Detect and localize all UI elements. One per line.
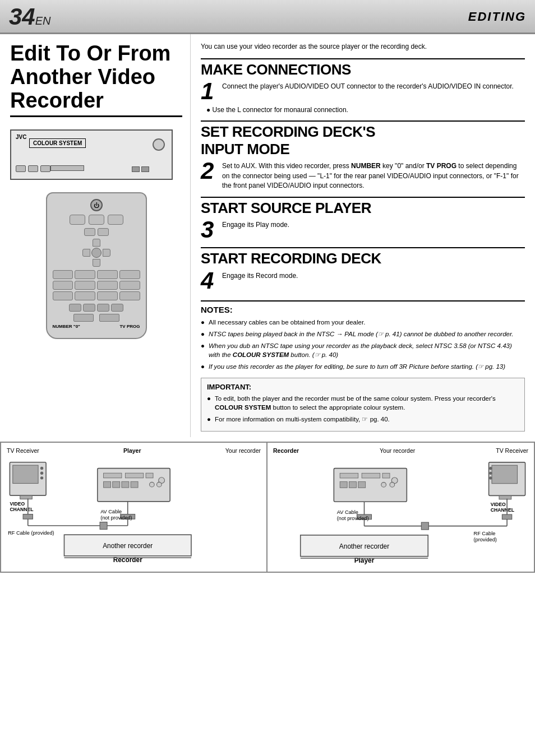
important-2: For more information on multi-system com… xyxy=(207,415,519,424)
step-1-number: 1 xyxy=(201,80,216,103)
step-4-desc: Engage its Record mode. xyxy=(222,269,525,281)
step-4-heading: START RECORDING DECK xyxy=(201,251,525,267)
svg-text:(provided): (provided) xyxy=(474,537,497,542)
svg-rect-18 xyxy=(146,474,153,479)
svg-rect-36 xyxy=(340,474,358,479)
step-3-row: 3 Engage its Play mode. xyxy=(201,218,525,242)
svg-text:CHANNEL: CHANNEL xyxy=(491,507,515,513)
step-2-heading-line2: INPUT MODE xyxy=(201,141,525,157)
vcr-slot-2 xyxy=(28,165,38,172)
svg-rect-37 xyxy=(362,474,380,479)
remote-dpad-up xyxy=(93,239,100,247)
step-1-row: 1 Connect the player's AUDIO/VIDEO OUT c… xyxy=(201,80,525,103)
remote-transport-2 xyxy=(83,304,95,312)
remote-mid-row xyxy=(53,228,140,236)
svg-text:VIDEO: VIDEO xyxy=(491,502,506,507)
step-1-section: MAKE CONNECTIONS 1 Connect the player's … xyxy=(201,58,525,115)
diag-right-tv-label: TV Receiver xyxy=(496,447,528,454)
remote-transport-4 xyxy=(111,304,123,312)
svg-point-54 xyxy=(489,477,492,480)
svg-point-44 xyxy=(390,483,395,488)
remote-num-9 xyxy=(53,291,73,300)
svg-rect-20 xyxy=(104,482,111,488)
svg-point-53 xyxy=(489,472,492,475)
remote-btn-sm-1 xyxy=(84,228,95,236)
svg-point-25 xyxy=(156,483,162,488)
svg-rect-16 xyxy=(104,474,122,479)
step-3-desc: Engage its Play mode. xyxy=(222,218,525,230)
remote-labels: NUMBER "0" TV PROG xyxy=(53,324,140,329)
vcr-disc xyxy=(153,138,165,151)
notes-heading: NOTES: xyxy=(201,305,525,314)
note-3: When you dub an NTSC tape using your rec… xyxy=(201,341,525,359)
svg-text:AV Cable: AV Cable xyxy=(337,509,358,515)
diagram-right-svg: AV Cable (not provided) VIDEO CHANNEL xyxy=(273,456,528,565)
svg-text:(not provided): (not provided) xyxy=(100,516,132,521)
svg-text:RF Cable (provided): RF Cable (provided) xyxy=(8,531,54,536)
svg-text:VIDEO: VIDEO xyxy=(10,502,25,507)
remote-body: ⏻ xyxy=(46,192,147,339)
svg-rect-1 xyxy=(13,466,38,484)
step-3-number: 3 xyxy=(201,218,216,242)
remote-num-5 xyxy=(53,281,73,290)
svg-rect-17 xyxy=(125,474,143,479)
header: 34EN EDITING xyxy=(0,0,535,34)
note-4: If you use this recorder as the player f… xyxy=(201,362,525,371)
important-heading: IMPORTANT: xyxy=(207,383,519,391)
remote-dpad-down xyxy=(93,259,100,267)
remote-dpad-center xyxy=(91,248,102,258)
remote-dpad xyxy=(82,239,110,267)
main-content: Edit To Or From Another Video Recorder J… xyxy=(0,34,535,437)
page-number: 34EN xyxy=(9,3,51,30)
svg-rect-41 xyxy=(349,482,356,488)
step-1-bullet: Use the L connector for monaural connect… xyxy=(206,105,525,115)
notes-section: NOTES: All necessary cables can be obtai… xyxy=(201,300,525,371)
remote-num-11 xyxy=(97,291,118,300)
svg-text:Recorder: Recorder xyxy=(113,556,142,564)
vcr-btn-1 xyxy=(132,166,140,172)
step-1-heading: MAKE CONNECTIONS xyxy=(201,62,525,78)
diag-left-top-labels: TV Receiver Player Your recorder xyxy=(7,447,261,454)
vcr-slot-3 xyxy=(40,165,50,172)
remote-num-1 xyxy=(53,270,73,279)
vcr-slots xyxy=(16,165,50,172)
important-1: To edit, both the player and the recorde… xyxy=(207,394,519,412)
colour-system-label: COLOUR SYSTEM xyxy=(29,138,86,148)
svg-point-43 xyxy=(381,483,386,488)
right-column: You can use your video recorder as the s… xyxy=(191,34,535,437)
diag-left-your-recorder-label: Your recorder xyxy=(225,447,261,454)
bottom-diagrams: TV Receiver Player Your recorder VIDEO C… xyxy=(0,442,535,573)
vcr-slot-mid xyxy=(50,165,84,171)
remote-transport xyxy=(53,304,140,312)
remote-bottom-btns xyxy=(53,314,140,322)
svg-rect-59 xyxy=(502,514,511,520)
svg-rect-23 xyxy=(131,482,138,488)
step-4-number: 4 xyxy=(201,269,216,293)
remote-num-8 xyxy=(119,281,140,290)
remote-num-3 xyxy=(97,270,118,279)
svg-point-4 xyxy=(40,477,43,480)
remote-power-btn: ⏻ xyxy=(90,199,103,211)
svg-rect-38 xyxy=(382,474,390,479)
remote-transport-3 xyxy=(97,304,109,312)
remote-btn-1 xyxy=(70,215,85,225)
svg-point-24 xyxy=(150,483,155,488)
svg-rect-55 xyxy=(499,496,511,500)
step-2-section: SET RECORDING DECK'S INPUT MODE 2 Set to… xyxy=(201,120,525,191)
svg-point-52 xyxy=(489,467,492,470)
svg-text:(not provided): (not provided) xyxy=(337,516,369,521)
remote-bottom-btn-1 xyxy=(73,314,94,322)
remote-numpad xyxy=(53,270,140,300)
note-2: NTSC tapes being played back in the NTSC… xyxy=(201,330,525,338)
step-3-section: START SOURCE PLAYER 3 Engage its Play mo… xyxy=(201,197,525,242)
svg-rect-13 xyxy=(100,522,107,530)
remote-dpad-right xyxy=(103,249,110,257)
diagram-left-svg: VIDEO CHANNEL RF Cable (provided) xyxy=(7,456,261,565)
step-4-row: 4 Engage its Record mode. xyxy=(201,269,525,293)
remote-num-12 xyxy=(119,291,140,300)
remote-btn-sm-2 xyxy=(98,228,109,236)
svg-rect-62 xyxy=(421,523,428,530)
svg-rect-21 xyxy=(113,482,120,488)
note-1: All necessary cables can be obtained fro… xyxy=(201,318,525,327)
svg-text:RF Cable: RF Cable xyxy=(474,531,496,536)
